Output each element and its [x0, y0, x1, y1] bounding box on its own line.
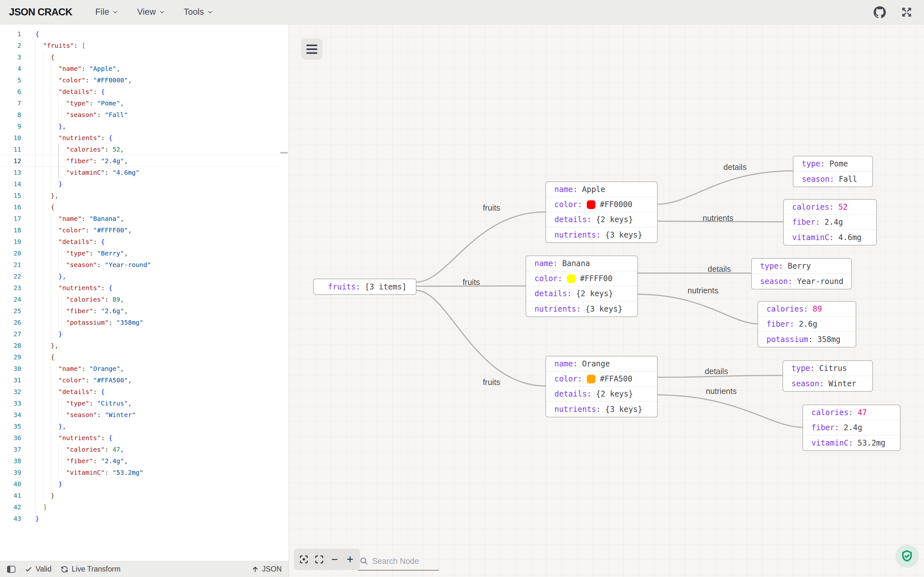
indent-guide [35, 167, 36, 178]
editor-line[interactable]: 43} [0, 513, 289, 524]
editor-line[interactable]: 40} [0, 478, 289, 490]
code-text: } [35, 513, 39, 524]
fit-view-icon [314, 554, 325, 564]
graph-node-banana-nutrients[interactable]: calories:89fiber:2.6gpotassium:358mg [758, 301, 856, 348]
indent-guide [51, 386, 51, 398]
graph-node-root[interactable]: fruits:[3 items] [313, 279, 417, 295]
editor-line[interactable]: 4"name": "Apple", [0, 63, 289, 74]
node-value: Year-round [797, 277, 843, 286]
indent-guide [35, 340, 36, 351]
editor-line[interactable]: 24"calories": 89, [0, 293, 289, 305]
shield-check-icon [900, 549, 914, 563]
graph-node-apple-nutrients[interactable]: calories:52fiber:2.4gvitaminC:4.6mg [783, 199, 877, 245]
format-selector[interactable]: JSON [251, 565, 282, 574]
menu-file[interactable]: File [90, 5, 124, 19]
zoom-out-button[interactable]: − [328, 551, 341, 567]
fullscreen-icon[interactable] [900, 6, 913, 19]
color-swatch [567, 274, 575, 283]
navbar: JSON CRACK FileViewTools [0, 0, 924, 24]
indent-guide [51, 374, 51, 386]
sidebar-toggle-button[interactable] [7, 566, 15, 573]
menu-tools[interactable]: Tools [179, 5, 218, 19]
line-number: 13 [0, 167, 21, 178]
graph-panel[interactable]: fruits:[3 items]name:Applecolor:#FF0000d… [289, 24, 924, 577]
editor-line[interactable]: 7"type": "Pome", [0, 97, 289, 109]
indent-guide [51, 467, 51, 478]
editor-line[interactable]: 30"name": "Orange", [0, 363, 289, 374]
editor-line[interactable]: 15}, [0, 190, 289, 201]
editor-line[interactable]: 25"fiber": "2.6g", [0, 305, 289, 317]
editor-line[interactable]: 34"season": "Winter" [0, 409, 289, 421]
editor-line[interactable]: 23"nutrients": { [0, 282, 289, 293]
graph-node-orange-details[interactable]: type:Citrusseason:Winter [782, 360, 873, 392]
editor-line[interactable]: 42] [0, 501, 289, 513]
fit-view-button[interactable] [312, 551, 326, 567]
editor-line[interactable]: 16{ [0, 201, 289, 213]
app-logo[interactable]: JSON CRACK [9, 6, 72, 18]
zoom-in-button[interactable]: + [343, 551, 357, 567]
editor-line[interactable]: 6"details": { [0, 86, 289, 97]
json-editor[interactable]: 1{2"fruits": [3{4"name": "Apple",5"color… [0, 24, 289, 561]
editor-line[interactable]: 32"details": { [0, 386, 289, 398]
editor-line[interactable]: 14} [0, 178, 289, 190]
indent-guide [35, 478, 36, 490]
edge-label: nutrients [688, 286, 718, 295]
graph-node-apple-details[interactable]: type:Pomeseason:Fall [793, 156, 873, 187]
editor-line[interactable]: 21"season": "Year-round" [0, 259, 289, 271]
editor-line[interactable]: 31"color": "#FFA500", [0, 374, 289, 386]
code-text: "name": "Banana", [58, 213, 124, 224]
editor-line[interactable]: 18"color": "#FFFF00", [0, 224, 289, 236]
code-text: "color": "#FFA500", [58, 374, 132, 386]
editor-line[interactable]: 29{ [0, 351, 289, 363]
editor-line[interactable]: 20"type": "Berry", [0, 247, 289, 259]
code-text: } [51, 490, 55, 501]
graph-node-apple[interactable]: name:Applecolor:#FF0000details:{2 keys}n… [545, 181, 658, 243]
node-row: name:Apple [546, 182, 657, 197]
editor-line[interactable]: 9}, [0, 121, 289, 132]
node-key: potassium: [766, 335, 813, 344]
editor-line[interactable]: 10"nutrients": { [0, 132, 289, 143]
edge-label: nutrients [703, 213, 733, 223]
editor-line[interactable]: 3{ [0, 51, 289, 63]
editor-line[interactable]: 13"vitaminC": "4.6mg" [0, 167, 289, 178]
graph-node-banana[interactable]: name:Bananacolor:#FFFF00details:{2 keys}… [525, 255, 638, 317]
indent-guide [58, 455, 59, 467]
search-icon [359, 556, 368, 566]
editor-line[interactable]: 35}, [0, 421, 289, 432]
editor-line[interactable]: 41} [0, 490, 289, 501]
editor-line[interactable]: 27} [0, 328, 289, 340]
graph-node-orange[interactable]: name:Orangecolor:#FFA500details:{2 keys}… [545, 356, 658, 417]
node-key: fruits: [328, 282, 360, 292]
security-shield-button[interactable] [895, 545, 919, 568]
editor-line[interactable]: 2"fruits": [ [0, 40, 289, 51]
editor-line[interactable]: 36"nutrients": { [0, 432, 289, 444]
indent-guide [35, 432, 36, 444]
center-view-button[interactable] [297, 551, 310, 567]
line-number: 16 [0, 201, 21, 213]
editor-line[interactable]: 11"calories": 52, [0, 143, 289, 155]
editor-line[interactable]: 37"calories": 47, [0, 444, 289, 455]
github-icon[interactable] [873, 6, 886, 19]
indent-guide [51, 178, 51, 190]
graph-node-orange-nutrients[interactable]: calories:47fiber:2.4gvitaminC:53.2mg [803, 405, 901, 451]
editor-line[interactable]: 8"season": "Fall" [0, 109, 289, 121]
live-transform-toggle[interactable]: Live Transform [60, 565, 120, 574]
editor-line[interactable]: 19"details": { [0, 236, 289, 247]
menu-view[interactable]: View [132, 5, 170, 19]
line-number: 15 [0, 190, 21, 201]
editor-line[interactable]: 1{ [0, 28, 289, 40]
editor-line[interactable]: 22}, [0, 271, 289, 282]
indent-guide [58, 409, 59, 421]
editor-line[interactable]: 38"fiber": "2.4g", [0, 455, 289, 467]
editor-line[interactable]: 39"vitaminC": "53.2mg" [0, 467, 289, 478]
graph-node-banana-details[interactable]: type:Berryseason:Year-round [751, 258, 852, 290]
editor-line[interactable]: 12"fiber": "2.4g", [0, 155, 289, 167]
editor-line[interactable]: 5"color": "#FF0000", [0, 74, 289, 86]
editor-line[interactable]: 26"potassium": "358mg" [0, 317, 289, 328]
node-value: 2.4g [825, 218, 843, 227]
graph-menu-button[interactable] [301, 39, 322, 60]
search-node-input[interactable] [372, 556, 433, 566]
editor-line[interactable]: 33"type": "Citrus", [0, 398, 289, 409]
editor-line[interactable]: 17"name": "Banana", [0, 213, 289, 224]
editor-line[interactable]: 28}, [0, 340, 289, 351]
